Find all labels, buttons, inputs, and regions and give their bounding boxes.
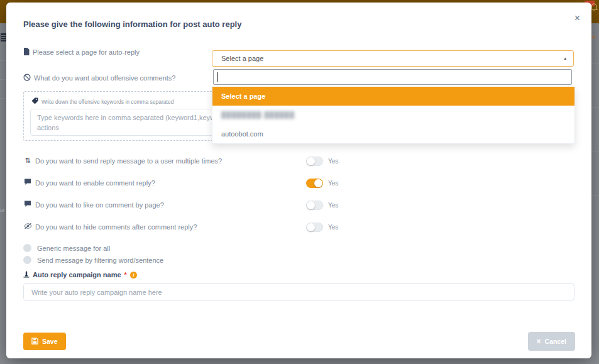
toggle-state-label: Yes bbox=[328, 180, 338, 187]
campaign-name-label: Auto reply campaign name bbox=[33, 271, 121, 279]
toggle-knob bbox=[314, 179, 322, 187]
comment-icon bbox=[23, 179, 32, 187]
comment-icon bbox=[23, 201, 32, 209]
toggle-switch-hide-comments[interactable] bbox=[306, 223, 323, 232]
dropdown-option-redacted[interactable]: ████████ ██████ bbox=[212, 106, 574, 124]
toggle-state-label: Yes bbox=[328, 224, 338, 231]
toggle-knob bbox=[307, 157, 315, 165]
radio-row-filter-message: Send message by filtering word/sentence bbox=[23, 256, 163, 264]
toggle-row-comment-reply: Do you want to enable comment reply? Yes bbox=[23, 178, 574, 189]
save-icon bbox=[31, 338, 38, 346]
campaign-name-input[interactable] bbox=[23, 283, 574, 301]
dropdown-option-autoobot[interactable]: autoobot.com bbox=[212, 124, 574, 143]
page-icon bbox=[23, 48, 30, 57]
radio-row-generic-message: Generic message for all bbox=[23, 244, 110, 252]
toggle-state-label: Yes bbox=[328, 202, 338, 209]
radio-button[interactable] bbox=[23, 256, 31, 264]
radio-label: Generic message for all bbox=[37, 245, 110, 252]
page-select-label-row: Please select a page for auto-reply bbox=[23, 48, 140, 57]
text-cursor bbox=[217, 72, 218, 82]
keywords-hint-row: Write down the offensive keywords in com… bbox=[31, 97, 173, 106]
radio-button[interactable] bbox=[23, 244, 31, 252]
radio-label: Send message by filtering word/sentence bbox=[37, 256, 163, 264]
toggle-state-label: Yes bbox=[328, 158, 338, 165]
cancel-button-label: Cancel bbox=[545, 338, 566, 345]
save-button-label: Save bbox=[42, 338, 58, 345]
dropdown-option-select-a-page[interactable]: Select a page bbox=[212, 87, 574, 106]
toggle-row-multiple-times: ⇅ Do you want to send reply message to a… bbox=[23, 156, 574, 167]
eye-slash-icon bbox=[23, 223, 32, 231]
keywords-hint: Write down the offensive keywords in com… bbox=[41, 99, 173, 105]
toggle-knob bbox=[307, 223, 315, 231]
toggle-question: Do you want to like on comment by page? bbox=[35, 201, 164, 209]
page-select-dropdown[interactable]: Select a page ▴ bbox=[212, 50, 574, 67]
required-mark: * bbox=[124, 271, 127, 279]
info-icon[interactable]: i bbox=[130, 272, 137, 279]
toggle-row-like-comment: Do you want to like on comment by page? … bbox=[23, 200, 574, 211]
background-table-icon bbox=[1, 33, 6, 41]
sort-arrows-icon: ⇅ bbox=[23, 157, 32, 165]
page-select-value: Select a page bbox=[221, 55, 263, 62]
close-icon[interactable]: × bbox=[574, 13, 580, 23]
toggle-switch-comment-reply[interactable] bbox=[306, 179, 323, 188]
campaign-name-label-row: Auto reply campaign name * i bbox=[23, 270, 137, 279]
toggle-knob bbox=[307, 201, 315, 209]
ban-icon bbox=[23, 74, 31, 82]
toggle-question: Do you want to hide comments after comme… bbox=[35, 223, 197, 231]
offensive-label: What do you want about offensive comment… bbox=[34, 74, 175, 82]
cancel-button[interactable]: × Cancel bbox=[528, 332, 575, 351]
toggle-switch-multiple-times[interactable] bbox=[306, 157, 323, 166]
modal-title: Please give the following information fo… bbox=[23, 19, 241, 29]
chevron-up-icon: ▴ bbox=[564, 51, 566, 66]
offensive-label-row: What do you want about offensive comment… bbox=[23, 74, 175, 82]
auto-reply-modal: Please give the following information fo… bbox=[6, 3, 591, 358]
toggle-switch-like-comment[interactable] bbox=[306, 201, 323, 210]
background-text-fragment: ur bbox=[0, 207, 4, 213]
tag-icon bbox=[31, 97, 38, 106]
toggle-question: Do you want to send reply message to a u… bbox=[35, 157, 222, 165]
save-button[interactable]: Save bbox=[23, 333, 66, 350]
page-search-input[interactable] bbox=[213, 69, 572, 85]
cancel-x-icon: × bbox=[537, 338, 541, 345]
toggle-row-hide-comments: Do you want to hide comments after comme… bbox=[23, 222, 574, 233]
campaign-icon bbox=[23, 270, 30, 279]
page-select-options: Select a page ████████ ██████ autoobot.c… bbox=[212, 87, 575, 144]
toggle-question: Do you want to enable comment reply? bbox=[35, 179, 155, 187]
page-select-label: Please select a page for auto-reply bbox=[33, 48, 140, 56]
